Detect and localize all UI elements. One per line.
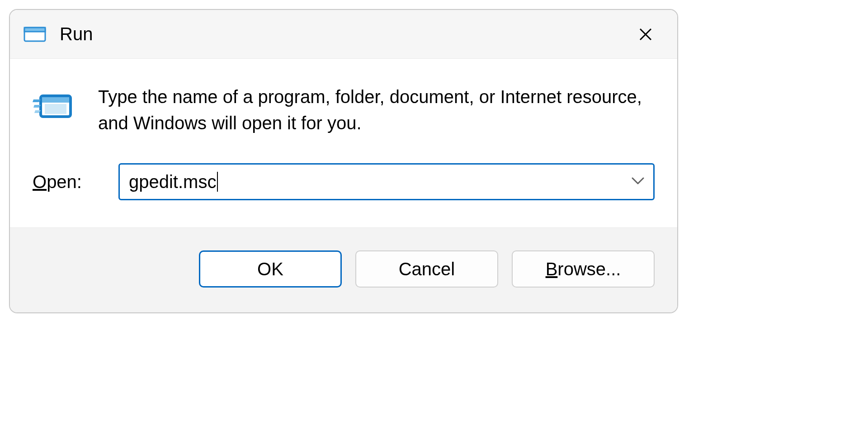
run-dialog: Run Type the name of a program, folder, … [9,9,678,313]
dialog-footer: OK Cancel Browse... [10,227,677,312]
svg-rect-5 [42,97,69,103]
text-cursor [217,172,218,192]
open-row: Open: gpedit.msc [33,163,655,200]
dialog-title: Run [60,24,627,44]
open-label: Open: [33,172,103,192]
dialog-content: Type the name of a program, folder, docu… [10,59,677,227]
ok-button[interactable]: OK [199,250,342,288]
open-input[interactable]: gpedit.msc [129,165,218,199]
description-row: Type the name of a program, folder, docu… [33,84,655,136]
open-combobox[interactable]: gpedit.msc [118,163,655,200]
svg-rect-1 [24,28,45,32]
close-button[interactable] [627,16,664,52]
run-icon [33,86,73,127]
browse-button[interactable]: Browse... [512,250,655,288]
run-titlebar-icon [24,23,46,46]
svg-rect-6 [45,104,66,114]
chevron-down-icon[interactable] [632,177,644,186]
titlebar[interactable]: Run [10,10,677,59]
description-text: Type the name of a program, folder, docu… [98,84,655,136]
cancel-button[interactable]: Cancel [355,250,498,288]
